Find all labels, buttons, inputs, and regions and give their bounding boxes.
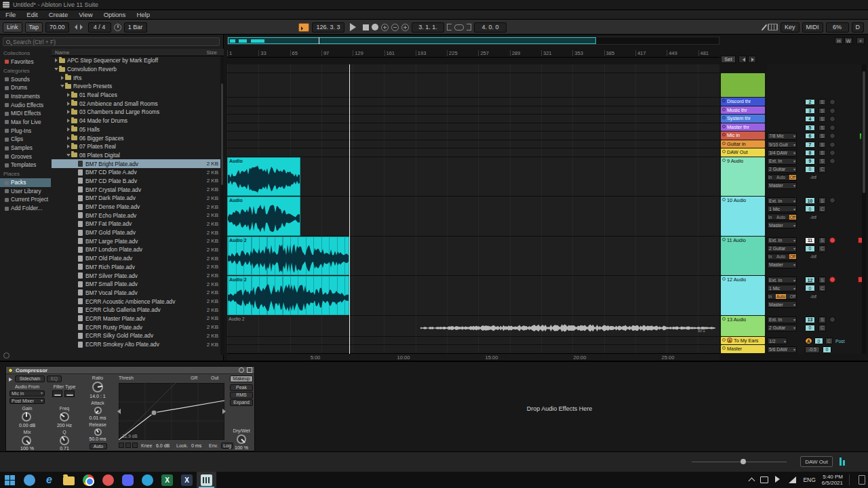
stop-button[interactable]: [363, 24, 369, 30]
sidebar-item-samples[interactable]: Samples: [0, 144, 51, 152]
record-button[interactable]: [372, 24, 378, 30]
browser-item-bm7-gold-plate-adv[interactable]: BM7 Gold Plate.adv2 KB: [52, 228, 224, 237]
expand-icon[interactable]: [66, 127, 71, 132]
return-activator[interactable]: A: [805, 338, 812, 344]
browser-scrollbar-thumb[interactable]: [221, 83, 223, 185]
pan-knob[interactable]: C: [818, 325, 826, 331]
browser-item-bm7-dense-plate-adv[interactable]: BM7 Dense Plate.adv2 KB: [52, 203, 224, 211]
browser-item-02-ambience-and-small-rooms[interactable]: 02 Ambience and Small Rooms: [52, 99, 224, 108]
monitor-auto[interactable]: Auto: [776, 254, 786, 259]
track-header-13-audio[interactable]: 13 Audio: [721, 316, 765, 336]
arm-button[interactable]: [829, 277, 835, 283]
sidebar-item-grooves[interactable]: Grooves: [0, 152, 51, 161]
track-lane-mic-in[interactable]: [227, 131, 719, 140]
browser-item-ecrr-acoustic-ambience-plate-adv[interactable]: ECRR Acoustic Ambience Plate.adv2 KB: [52, 297, 224, 306]
browser-item-05-halls[interactable]: 05 Halls: [52, 125, 224, 134]
arm-button[interactable]: [829, 142, 835, 148]
track-header-11-audio[interactable]: 11 Audio: [721, 237, 765, 276]
input-type-chooser[interactable]: Ext. In: [767, 277, 797, 283]
save-preset-icon[interactable]: [247, 367, 252, 373]
computer-midi-keyboard-icon[interactable]: [768, 24, 778, 30]
track-lane-master-thr[interactable]: [227, 123, 719, 132]
zoom-in-button[interactable]: +: [856, 37, 865, 44]
quantization-menu[interactable]: 1 Bar: [124, 22, 147, 33]
browser-item-bm7-small-plate-adv[interactable]: BM7 Small Plate.adv2 KB: [52, 280, 224, 289]
drop-zone[interactable]: Drop Audio Effects Here: [366, 405, 753, 412]
pan-knob[interactable]: C: [825, 338, 833, 344]
browser-item-bm7-rich-plate-adv[interactable]: BM7 Rich Plate.adv2 KB: [52, 263, 224, 272]
fold-icon[interactable]: [722, 99, 726, 102]
output-slider-handle[interactable]: [741, 459, 746, 464]
input-channel-chooser[interactable]: 1 Mic: [767, 285, 797, 291]
output-chooser[interactable]: 1/2: [767, 338, 787, 344]
track-activator[interactable]: 3: [805, 108, 815, 114]
monitor-in[interactable]: In: [768, 254, 772, 259]
output-chooser[interactable]: Master: [767, 262, 797, 268]
overdub-button[interactable]: [381, 24, 389, 31]
volume-value[interactable]: 0: [805, 325, 815, 331]
attack-knob[interactable]: [94, 407, 102, 414]
sidebar-item-templates[interactable]: Templates: [0, 161, 51, 170]
taskbar-ableton-live[interactable]: [197, 472, 216, 488]
menu-help[interactable]: Help: [131, 10, 155, 20]
eq-toggle[interactable]: EQ: [47, 375, 62, 382]
optimize-width-button[interactable]: W: [844, 37, 852, 44]
browser-item-01-real-places[interactable]: 01 Real Places: [52, 91, 224, 100]
browser-item-06-bigger-spaces[interactable]: 06 Bigger Spaces: [52, 134, 224, 142]
track-lane-guitar-in[interactable]: [227, 140, 719, 149]
collapse-icon[interactable]: [54, 66, 59, 72]
io-chooser[interactable]: 9/10 Guit: [767, 141, 797, 148]
pan-value[interactable]: 0: [823, 346, 831, 353]
sidebar-item-audio-effects[interactable]: Audio Effects: [0, 101, 51, 110]
browser-item-bm7-echo-plate-adv[interactable]: BM7 Echo Plate.adv2 KB: [52, 211, 224, 220]
track-header-guitar-in[interactable]: Guitar in: [721, 140, 765, 148]
track-lane-master[interactable]: [227, 345, 719, 354]
fold-icon[interactable]: [722, 108, 726, 111]
track-activator[interactable]: 5: [805, 125, 815, 131]
browser-item-irs[interactable]: IRs: [52, 73, 224, 82]
input-type-chooser[interactable]: Ext. In: [767, 197, 797, 204]
optimize-height-button[interactable]: H: [835, 37, 843, 44]
previous-locator-button[interactable]: [738, 56, 747, 63]
solo-button[interactable]: S: [818, 125, 826, 131]
taskbar-start[interactable]: [0, 472, 20, 488]
arm-button[interactable]: [829, 116, 835, 122]
monitor-off[interactable]: Off: [789, 294, 796, 299]
track-lane-12-audio[interactable]: Audio 2: [227, 276, 719, 316]
taskbar-edge[interactable]: e: [39, 472, 59, 488]
overview-visible-region[interactable]: [228, 37, 596, 44]
drywet-knob[interactable]: [237, 434, 246, 444]
menu-view[interactable]: View: [73, 10, 98, 20]
nudge-up-button[interactable]: [80, 24, 85, 30]
audio-clip-audio-2-12[interactable]: Audio 2: [227, 276, 349, 315]
browser-item-bm7-crystal-plate-adv[interactable]: BM7 Crystal Plate.adv2 KB: [52, 185, 224, 194]
taskbar-vscode[interactable]: X: [177, 472, 197, 488]
fold-icon[interactable]: [722, 198, 726, 201]
monitor-auto[interactable]: Auto: [776, 215, 786, 220]
set-locator-button[interactable]: Set: [721, 56, 736, 63]
arm-button[interactable]: [829, 125, 835, 131]
volume-value[interactable]: 0: [805, 205, 815, 212]
graph-display-button-1[interactable]: [119, 443, 124, 448]
browser-item-convolution-reverb[interactable]: Convolution Reverb: [52, 65, 224, 74]
key-map-button[interactable]: Key: [781, 22, 800, 33]
input-type-chooser[interactable]: Ext. In: [767, 317, 797, 323]
clock[interactable]: 5:40 PM 6/5/2021: [822, 474, 843, 486]
track-header-master[interactable]: Master: [721, 345, 765, 353]
sidebar-item-packs[interactable]: Packs: [0, 178, 51, 187]
browser-item-ecrr-silky-gold-plate-adv[interactable]: ECRR Silky Gold Plate.adv2 KB: [52, 331, 224, 340]
track-activator[interactable]: 6: [805, 133, 815, 139]
output-chooser[interactable]: 5/6 DAW: [767, 346, 797, 353]
sidebar-item-plug-ins[interactable]: Plug-Ins: [0, 127, 51, 136]
track-header-system-thr[interactable]: System thr: [721, 115, 765, 123]
arrangement-vertical-scrollbar[interactable]: [862, 64, 866, 354]
track-header-group[interactable]: [721, 73, 765, 97]
volume-value[interactable]: 0: [805, 285, 815, 291]
solo-button[interactable]: S: [818, 133, 826, 139]
sidebar-item-max-for-live[interactable]: Max for Live: [0, 118, 51, 127]
volume-value[interactable]: -0.5: [805, 346, 820, 353]
nudge-down-button[interactable]: [72, 24, 77, 30]
capture-midi-button[interactable]: [401, 24, 409, 31]
track-header-master-thr[interactable]: Master thr: [721, 123, 765, 131]
browser-item-bm7-cd-plate-a-adv[interactable]: BM7 CD Plate A.adv2 KB: [52, 168, 224, 177]
